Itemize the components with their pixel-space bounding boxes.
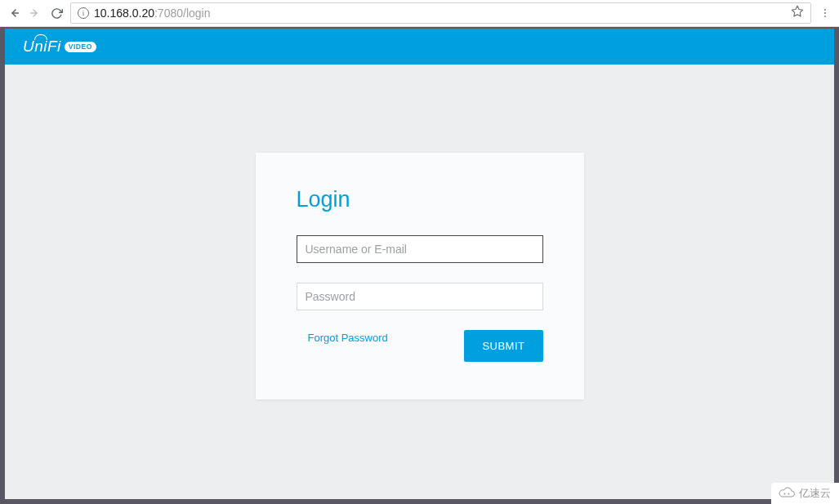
cloud-icon [778, 487, 796, 500]
browser-menu-icon[interactable] [818, 7, 832, 19]
svg-point-6 [784, 493, 786, 495]
svg-point-3 [824, 9, 826, 11]
logo-word: UniFi [23, 38, 61, 56]
watermark: 亿速云 [771, 483, 839, 504]
bookmark-star-icon[interactable] [791, 5, 804, 21]
submit-button[interactable]: SUBMIT [464, 330, 542, 362]
watermark-text: 亿速云 [799, 486, 831, 501]
address-bar[interactable]: i 10.168.0.20:7080/login [70, 2, 811, 24]
back-button[interactable] [7, 6, 21, 20]
login-card-wrapper: Login Forgot Password SUBMIT [5, 65, 834, 399]
url-text: 10.168.0.20:7080/login [94, 7, 210, 20]
viewport: UniFi VIDEO Login Forgot Password SUBMIT… [0, 27, 839, 504]
app-header: UniFi VIDEO [5, 29, 834, 65]
site-info-icon[interactable]: i [78, 7, 89, 19]
username-input[interactable] [297, 235, 543, 263]
forgot-password-link[interactable]: Forgot Password [308, 332, 388, 344]
logo-badge: VIDEO [65, 42, 96, 52]
svg-marker-2 [792, 6, 802, 16]
page-body: UniFi VIDEO Login Forgot Password SUBMIT [5, 29, 834, 499]
svg-point-4 [824, 12, 826, 14]
reload-button[interactable] [49, 6, 64, 20]
login-title: Login [297, 187, 543, 212]
password-input[interactable] [297, 283, 543, 310]
svg-point-7 [788, 493, 790, 495]
browser-toolbar: i 10.168.0.20:7080/login [0, 0, 839, 27]
login-card-footer: Forgot Password SUBMIT [297, 330, 543, 362]
forward-button[interactable] [28, 6, 42, 20]
login-card: Login Forgot Password SUBMIT [256, 153, 584, 399]
unifi-video-logo: UniFi VIDEO [23, 38, 96, 56]
svg-point-5 [824, 16, 826, 17]
